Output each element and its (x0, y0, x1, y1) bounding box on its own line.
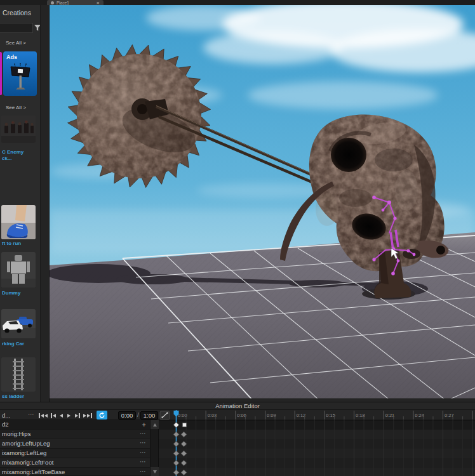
toolbox-sidebar: Creations See All > Ads See All > (0, 5, 40, 402)
filter-icon[interactable] (34, 24, 40, 32)
enemy-pack-icon (1, 116, 36, 143)
go-to-end-button[interactable] (83, 413, 92, 418)
previous-keyframe-button[interactable] (51, 413, 56, 418)
asset-thumb-ladder[interactable] (1, 357, 36, 392)
svg-text:0:03: 0:03 (208, 413, 217, 418)
asset-thumb-dummy[interactable] (1, 252, 36, 288)
ads-card-label: Ads (6, 54, 17, 60)
asset-thumb-parking-car[interactable] (1, 309, 36, 338)
track-row-root[interactable]: d2 + (0, 420, 151, 430)
skull-eye-socket (331, 138, 366, 172)
track-name: mixamorig:LeftFoot (2, 459, 53, 466)
ads-card[interactable]: Ads (3, 51, 37, 96)
svg-text:0:27: 0:27 (445, 413, 454, 418)
svg-text:0:09: 0:09 (267, 413, 276, 418)
asset-label-enemy-pack[interactable]: C Enemy ck... (2, 149, 23, 161)
loop-icon (98, 412, 105, 419)
track-list-panel: d... ⋯ 0:00 / 1: (0, 410, 159, 476)
animation-name[interactable]: d... (2, 412, 10, 419)
asset-label-parking-car[interactable]: rking Car (2, 341, 24, 347)
svg-text:0:06: 0:06 (237, 413, 246, 418)
asset-label-shift-to-run[interactable]: ft to run (2, 241, 21, 247)
asset-thumb-shift-to-run[interactable] (1, 205, 36, 239)
track-name: mixamorig:LeftToeBase (2, 468, 65, 475)
track-name: amorig:LeftUpLeg (2, 440, 50, 447)
add-track-button[interactable]: + (142, 420, 146, 429)
adjacent-card-edge[interactable] (0, 52, 2, 95)
play-reverse-button[interactable] (60, 413, 63, 418)
playback-controls: d... ⋯ 0:00 / 1: (0, 410, 159, 420)
track-row-leftupleg[interactable]: amorig:LeftUpLeg ⋯ (0, 439, 151, 449)
loop-toggle-button[interactable] (97, 411, 107, 420)
panel-divider (40, 5, 50, 402)
close-icon[interactable]: ✕ (97, 1, 100, 5)
user-icon (51, 1, 54, 4)
arrow-down-icon (153, 470, 157, 473)
svg-text:0:24: 0:24 (415, 413, 424, 418)
track-menu-button[interactable]: ⋯ (140, 439, 147, 447)
track-row-lefttoebase[interactable]: mixamorig:LeftToeBase ⋯ (0, 468, 151, 476)
svg-text:0:12: 0:12 (297, 413, 306, 418)
asset-label-dummy[interactable]: Dummy (2, 290, 20, 296)
current-time-field[interactable]: 0:00 (118, 411, 136, 420)
running-shoe-icon (1, 205, 36, 239)
track-scrollbar[interactable] (150, 420, 158, 476)
animation-editor-panel: Animation Editor d... ⋯ (0, 402, 475, 476)
scroll-down-button[interactable] (151, 467, 159, 476)
search-input[interactable] (0, 23, 33, 33)
track-menu-button[interactable]: ⋯ (140, 429, 147, 438)
svg-text:0:21: 0:21 (385, 413, 395, 418)
track-row-leftfoot[interactable]: mixamorig:LeftFoot ⋯ (0, 458, 151, 468)
titlebar: Place1 ✕ (0, 0, 475, 5)
place-tab-label: Place1 (57, 1, 69, 5)
animation-menu-button[interactable]: ⋯ (28, 411, 35, 418)
place-tab[interactable]: Place1 ✕ (47, 0, 104, 5)
track-menu-button[interactable]: ⋯ (140, 458, 147, 466)
asset-label-ladder[interactable]: ss ladder (2, 393, 24, 400)
curve-editor-toggle[interactable] (160, 411, 170, 420)
play-button[interactable] (67, 413, 70, 418)
studio-window: Place1 ✕ Creations See All > Ads See All… (0, 0, 475, 476)
track-name: ixamorig:LeftLeg (2, 449, 46, 456)
next-keyframe-button[interactable] (75, 413, 80, 418)
scene-canvas[interactable] (50, 5, 475, 402)
scroll-up-button[interactable] (151, 420, 159, 429)
go-to-start-button[interactable] (39, 413, 48, 418)
sidebar-header[interactable]: Creations (3, 9, 31, 17)
total-time-field[interactable]: 1:00 (140, 411, 158, 420)
timeline-panel[interactable]: 0:000:030:060:090:120:150:180:210:240:27 (159, 410, 475, 476)
timeline-ruler[interactable] (159, 410, 475, 420)
time-separator: / (137, 411, 139, 418)
cars-icon (1, 309, 36, 338)
track-name: d2 (2, 421, 9, 428)
asset-thumb-enemy-pack[interactable] (1, 116, 36, 143)
animation-editor-title[interactable]: Animation Editor (0, 402, 475, 410)
viewport-3d[interactable] (50, 5, 475, 402)
track-row-leftleg[interactable]: ixamorig:LeftLeg ⋯ (0, 449, 151, 458)
keyframe-square[interactable] (182, 423, 186, 426)
track-name: morig:Hips (2, 430, 30, 437)
timeline-canvas[interactable]: 0:000:030:060:090:120:150:180:210:240:27 (159, 410, 475, 476)
svg-text:0:15: 0:15 (326, 413, 335, 418)
dummy-figure-icon (1, 252, 36, 288)
track-menu-button[interactable]: ⋯ (140, 467, 147, 476)
arrow-up-icon (153, 423, 157, 426)
track-row-hips[interactable]: morig:Hips ⋯ (0, 430, 151, 439)
svg-text:0:00: 0:00 (178, 413, 187, 418)
track-menu-button[interactable]: ⋯ (140, 448, 147, 457)
see-all-link-bottom[interactable]: See All > (6, 105, 26, 110)
ladder-icon (1, 357, 36, 392)
billboard-icon (8, 63, 33, 92)
svg-text:0:18: 0:18 (356, 413, 365, 418)
see-all-link-top[interactable]: See All > (6, 40, 26, 46)
